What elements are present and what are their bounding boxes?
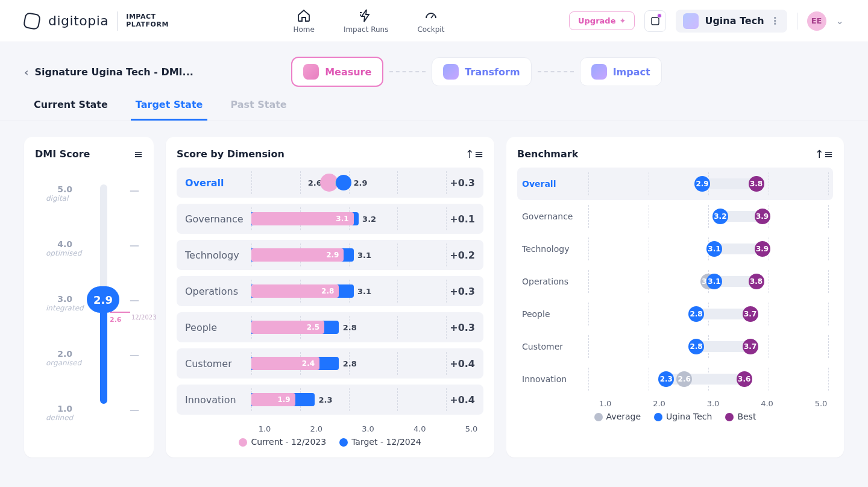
row-delta: +0.4 xyxy=(446,394,475,406)
card-title: Score by Dimension xyxy=(177,148,285,160)
current-bar: 1.9 xyxy=(251,393,295,406)
row-vis: 3.13.9 xyxy=(588,240,828,258)
bar-track: 3.13.2 xyxy=(251,212,446,225)
sbd-row[interactable]: Innovation1.92.3+0.4 xyxy=(177,385,483,415)
nav-home-label: Home xyxy=(293,25,314,34)
connector-line xyxy=(538,71,574,72)
kebab-icon: ⋮ xyxy=(770,15,780,27)
brand-sub-1: IMPACT xyxy=(126,13,169,20)
chevron-down-icon[interactable]: ⌄ xyxy=(836,15,844,27)
sbd-row[interactable]: Technology2.93.1+0.2 xyxy=(177,240,483,270)
bench-row[interactable]: Governance3.23.9 xyxy=(517,200,833,233)
bench-row-overall[interactable]: Overall2.93.8 xyxy=(517,168,833,200)
tab-past-state[interactable]: Past State xyxy=(225,93,291,121)
row-name: Customer xyxy=(522,342,588,351)
best-dot-icon: 3.7 xyxy=(743,306,758,322)
stage-transform[interactable]: Transform xyxy=(432,57,531,86)
stage-impact[interactable]: Impact xyxy=(580,57,662,86)
row-name: Governance xyxy=(522,212,588,221)
axis-tick: 2.0 xyxy=(304,424,329,433)
sbd-row[interactable]: People2.52.8+0.3 xyxy=(177,312,483,342)
current-bar: 2.9 xyxy=(251,248,344,262)
notifications-button[interactable] xyxy=(644,10,666,32)
tab-target-state[interactable]: Target State xyxy=(131,93,208,121)
dmi-tick: 5.0—digital xyxy=(35,184,143,196)
tick-dash-icon: — xyxy=(130,404,139,415)
org-name: Ugina Tech xyxy=(705,15,764,27)
target-dot-icon xyxy=(336,175,351,190)
nav-cockpit[interactable]: Cockpit xyxy=(417,8,444,34)
upgrade-button[interactable]: Upgrade ✦ xyxy=(569,11,635,30)
sbd-row[interactable]: Governance3.13.2+0.1 xyxy=(177,204,483,234)
best-dot-icon: 3.6 xyxy=(737,371,752,387)
gridlines xyxy=(588,207,828,225)
sparkle-icon: ✦ xyxy=(619,16,626,25)
row-name: People xyxy=(185,322,251,333)
tick-value: 3.0 xyxy=(35,294,72,304)
bar-track: 2.42.8 xyxy=(251,357,446,370)
menu-icon[interactable]: ≡ xyxy=(134,148,143,160)
dmi-tick: 1.0—defined xyxy=(35,404,143,415)
state-tabs: Current State Target State Past State xyxy=(0,93,868,121)
sort-icon[interactable]: ↑≡ xyxy=(465,148,483,160)
org-switcher[interactable]: Ugina Tech ⋮ xyxy=(676,10,787,33)
tick-dash-icon: — xyxy=(130,294,139,306)
legend-company: Ugina Tech xyxy=(654,412,712,421)
bench-legend: Average Ugina Tech Best xyxy=(517,408,833,421)
nav-impact-runs[interactable]: Impact Runs xyxy=(344,8,389,34)
dmi-tick: 2.0—organised xyxy=(35,349,143,360)
dot-pink-icon xyxy=(239,438,247,447)
legend-best-label: Best xyxy=(737,412,756,421)
bench-row[interactable]: Operations3.03.13.8 xyxy=(517,265,833,298)
bar-track: 2.52.8 xyxy=(251,321,446,334)
bench-row[interactable]: People2.83.7 xyxy=(517,298,833,330)
bench-body: Overall2.93.8Governance3.23.9Technology3… xyxy=(517,168,833,395)
row-delta: +0.3 xyxy=(446,177,475,189)
avatar[interactable]: EE xyxy=(807,11,826,31)
brand-sub-2: PLATFORM xyxy=(126,21,169,28)
chevron-left-icon: ‹ xyxy=(24,66,28,78)
sort-icon[interactable]: ↑≡ xyxy=(815,148,833,160)
sbd-row[interactable]: Customer2.42.8+0.4 xyxy=(177,348,483,379)
sbd-row-overall[interactable]: Overall2.6▶2.9+0.3 xyxy=(177,168,483,198)
card-dmi-score: DMI Score ≡ 5.0—digital4.0—optimised3.0—… xyxy=(24,137,154,457)
bolt-icon xyxy=(359,8,373,23)
row-vis: 2.83.1 xyxy=(251,282,446,300)
divider xyxy=(797,13,797,30)
stage-impact-icon xyxy=(591,64,607,80)
bench-row[interactable]: Customer2.83.7 xyxy=(517,330,833,363)
bench-row[interactable]: Innovation2.62.33.6 xyxy=(517,363,833,395)
upgrade-label: Upgrade xyxy=(578,16,615,25)
stage-impact-label: Impact xyxy=(613,66,650,78)
row-name: Operations xyxy=(185,286,251,297)
row-name: Technology xyxy=(185,250,251,261)
card-benchmark: Benchmark ↑≡ Overall2.93.8Governance3.23… xyxy=(506,137,844,457)
row-name: Overall xyxy=(185,177,251,189)
stage-measure-icon xyxy=(303,64,319,80)
row-vis: 3.23.9 xyxy=(588,207,828,225)
axis-tick: 3.0 xyxy=(356,424,380,433)
company-dot-icon: 3.1 xyxy=(706,274,722,289)
tab-current-state[interactable]: Current State xyxy=(29,93,113,121)
target-value: 2.3 xyxy=(318,395,332,404)
nav-home[interactable]: Home xyxy=(293,8,314,34)
target-value: 3.2 xyxy=(362,215,376,224)
notification-dot-icon xyxy=(657,13,662,18)
card-title: Benchmark xyxy=(517,148,578,160)
breadcrumb[interactable]: ‹ Signature Ugina Tech - DMI... xyxy=(24,66,193,78)
axis-tick: 4.0 xyxy=(755,399,779,408)
sbd-row[interactable]: Operations2.83.1+0.3 xyxy=(177,276,483,306)
stage-transform-label: Transform xyxy=(465,66,520,78)
row-vis: 3.03.13.8 xyxy=(588,272,828,291)
stage-measure[interactable]: Measure xyxy=(291,57,383,87)
tick-label: digital xyxy=(46,194,68,203)
row-vis: 2.62.33.6 xyxy=(588,370,828,388)
divider xyxy=(117,11,118,31)
best-dot-icon: 3.9 xyxy=(755,209,770,224)
bench-row[interactable]: Technology3.13.9 xyxy=(517,233,833,265)
legend-target-label: Target - 12/2024 xyxy=(351,437,421,447)
axis-tick: 5.0 xyxy=(809,399,833,408)
tick-value: 4.0 xyxy=(35,239,72,249)
bar-track: 1.92.3 xyxy=(251,393,446,406)
legend-current-label: Current - 12/2023 xyxy=(251,437,326,447)
